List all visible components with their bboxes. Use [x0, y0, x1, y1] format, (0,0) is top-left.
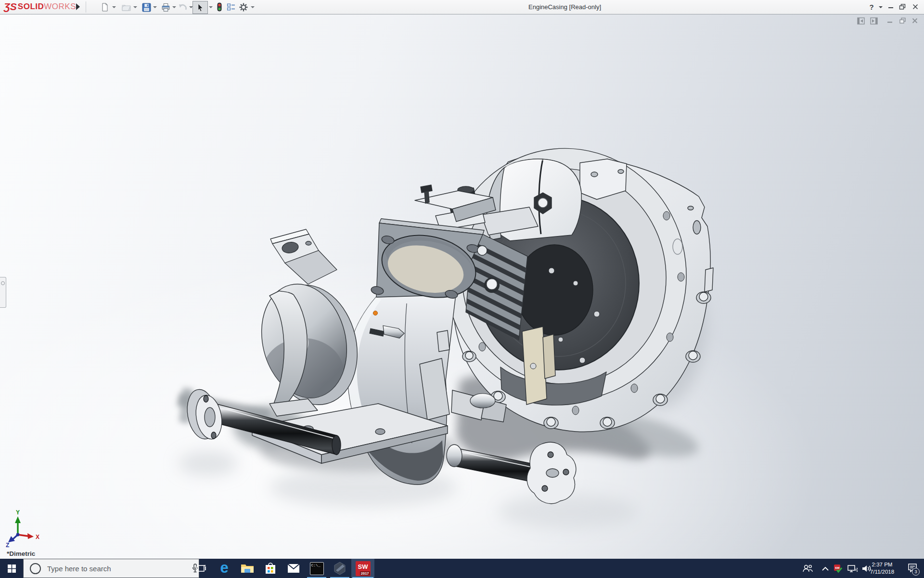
save-floppy-icon [142, 3, 151, 12]
save-button[interactable] [141, 1, 152, 13]
doc-close-button[interactable] [911, 17, 919, 25]
windows-taskbar: e C:\_ [0, 559, 924, 578]
triad-x-label: X [36, 534, 39, 540]
solidworks-2017-icon: SW 2017 [356, 561, 371, 576]
triad-z-label: Z [6, 542, 9, 549]
open-dropdown[interactable] [133, 6, 137, 8]
taskbar-search-box[interactable] [23, 559, 199, 578]
tray-solidworks-monitor[interactable]: sw [832, 559, 844, 578]
traffic-light-icon [216, 2, 223, 12]
search-input[interactable] [46, 564, 178, 573]
command-prompt-icon: C:\_ [310, 562, 324, 575]
mail-icon [287, 564, 300, 573]
edrawings-hexagon-icon [333, 562, 346, 575]
tray-hidden-icons-button[interactable] [819, 559, 832, 578]
windows-logo-icon [8, 565, 16, 573]
doc-restore-icon [899, 17, 906, 24]
help-dropdown[interactable] [879, 6, 883, 8]
collapse-pane-left-button[interactable] [857, 17, 865, 25]
file-explorer-icon [241, 563, 254, 574]
tray-network-button[interactable] [845, 559, 860, 578]
close-icon [912, 3, 919, 10]
new-document-button[interactable] [99, 1, 111, 13]
display-pane-button[interactable] [225, 1, 237, 13]
solidworks-logo: ƷS SOLIDWORKS [4, 1, 76, 13]
pane-right-icon [870, 17, 878, 25]
open-folder-icon [122, 3, 131, 12]
svg-text:sw: sw [835, 566, 840, 569]
rebuild-button[interactable] [214, 1, 225, 13]
chevron-up-icon [822, 566, 829, 571]
print-button[interactable] [160, 1, 171, 13]
title-bar: ƷS SOLIDWORKS [0, 0, 924, 14]
open-button[interactable] [120, 1, 132, 13]
flyout-pin-icon [1, 281, 5, 285]
display-pane-icon [227, 3, 236, 12]
restore-icon [899, 3, 906, 10]
start-button[interactable] [0, 559, 23, 578]
task-view-button[interactable] [190, 559, 213, 578]
tray-people-button[interactable] [799, 559, 816, 578]
solidworks-logo-glyph: ƷS [4, 1, 17, 13]
select-tool-dropdown[interactable] [209, 6, 213, 8]
edge-icon: e [220, 560, 228, 575]
gear-icon [239, 2, 248, 12]
restore-button[interactable] [897, 1, 908, 12]
print-dropdown[interactable] [172, 6, 176, 8]
options-dropdown[interactable] [251, 6, 255, 8]
toolbar-separator [86, 1, 86, 13]
minimize-icon [887, 3, 894, 10]
feature-tree-flyout-tab[interactable] [0, 277, 6, 308]
taskbar-app-solidworks[interactable]: SW 2017 [351, 559, 374, 578]
orientation-triad: Y X Z [6, 509, 39, 549]
graphics-viewport[interactable]: Y X Z [0, 14, 924, 559]
engine-casing-model[interactable]: Y X Z [0, 14, 924, 559]
pane-left-icon [857, 17, 865, 25]
save-dropdown[interactable] [153, 6, 157, 8]
new-document-dropdown[interactable] [112, 6, 116, 8]
clock-time: 2:37 PM [872, 561, 893, 568]
taskbar-app-mail[interactable] [282, 559, 305, 578]
tray-clock[interactable]: 2:37 PM 7/11/2018 [866, 559, 898, 578]
store-icon [265, 562, 276, 575]
doc-restore-button[interactable] [898, 17, 907, 25]
menu-flyout-arrow-icon[interactable] [76, 3, 80, 10]
doc-minimize-icon [886, 17, 893, 24]
document-window-controls [857, 17, 919, 25]
close-button[interactable] [910, 1, 921, 12]
notification-badge: 3 [912, 568, 920, 576]
select-cursor-icon [196, 3, 204, 12]
undo-button[interactable] [177, 1, 189, 13]
print-icon [161, 3, 170, 12]
taskbar-app-edrawings[interactable] [328, 559, 351, 578]
solidworks-check-icon: sw [834, 564, 843, 573]
action-center-button[interactable]: 3 [904, 559, 921, 578]
taskbar-app-file-explorer[interactable] [236, 559, 259, 578]
new-document-icon [101, 3, 109, 12]
doc-close-icon [911, 17, 918, 24]
doc-minimize-button[interactable] [886, 17, 894, 25]
options-button[interactable] [238, 1, 249, 13]
taskbar-app-edge[interactable]: e [213, 559, 236, 578]
network-icon [847, 565, 858, 573]
cortana-icon [30, 563, 41, 574]
task-view-icon [196, 564, 206, 573]
people-icon [802, 564, 813, 573]
undo-arrow-icon [178, 3, 188, 12]
taskbar-app-store[interactable] [259, 559, 282, 578]
clock-date: 7/11/2018 [870, 568, 894, 576]
taskbar-app-command-prompt[interactable]: C:\_ [305, 559, 328, 578]
triad-y-label: Y [16, 509, 20, 516]
expand-pane-right-button[interactable] [869, 17, 878, 25]
window-title: EngineCasing [Read-only] [528, 3, 601, 11]
help-button[interactable]: ? [866, 1, 877, 12]
view-orientation-label: *Dimetric [7, 550, 35, 557]
select-tool-button[interactable] [192, 1, 208, 14]
minimize-button[interactable] [886, 1, 896, 12]
selection-point-marker [373, 311, 378, 315]
